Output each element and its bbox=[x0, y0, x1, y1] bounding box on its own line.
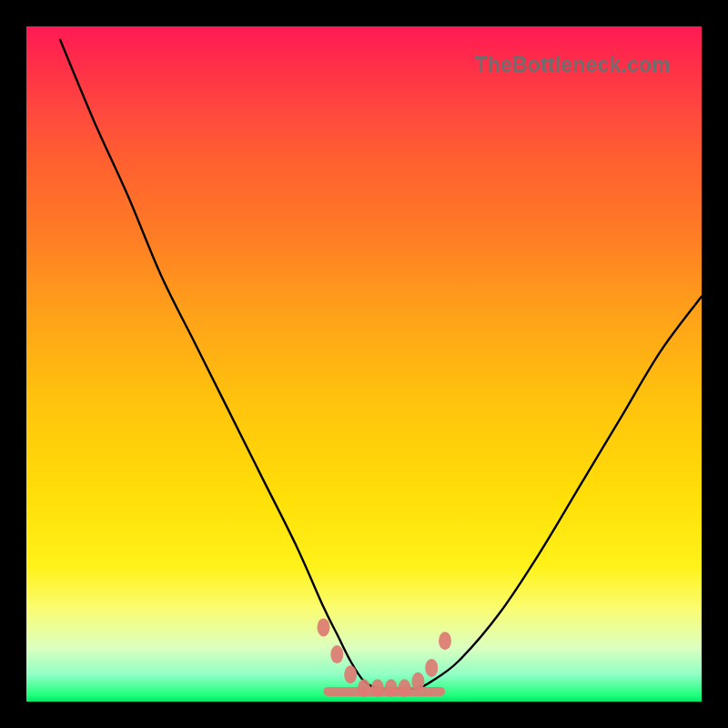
curve-marker bbox=[371, 679, 384, 697]
curve-marker bbox=[318, 618, 330, 636]
curve-marker bbox=[344, 665, 357, 683]
curve-marker bbox=[425, 659, 438, 677]
plot-area: TheBottleneck.com bbox=[26, 26, 702, 702]
curve-marker bbox=[439, 632, 451, 650]
chart-svg bbox=[26, 26, 702, 702]
curve-marker bbox=[399, 679, 411, 697]
marker-group bbox=[318, 618, 452, 697]
curve-marker bbox=[411, 672, 424, 691]
bottleneck-curve-path bbox=[60, 40, 702, 689]
curve-marker bbox=[358, 679, 370, 697]
curve-marker bbox=[330, 645, 343, 663]
bottom-segment-bar bbox=[324, 687, 446, 696]
chart-frame: TheBottleneck.com bbox=[0, 0, 728, 728]
curve-marker bbox=[385, 679, 398, 697]
